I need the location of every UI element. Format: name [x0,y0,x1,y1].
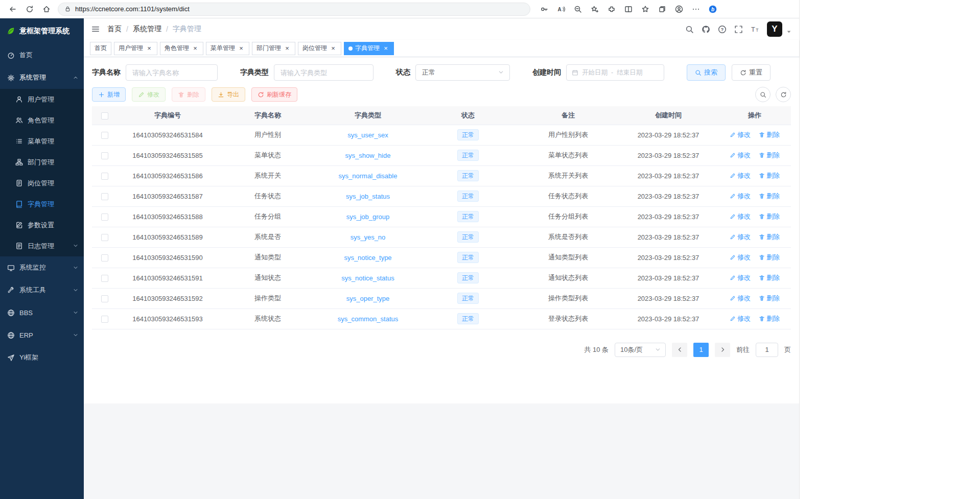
font-size-icon[interactable]: TT [751,25,759,34]
row-edit-button[interactable]: 修改 [730,171,751,180]
row-edit-button[interactable]: 修改 [730,273,751,282]
date-range-picker[interactable]: 开始日期 - 结束日期 [566,64,664,81]
toggle-search-button[interactable] [755,87,771,102]
sidebar-item-dict[interactable]: 字典管理 [0,194,84,215]
row-edit-button[interactable]: 修改 [730,232,751,242]
row-delete-button[interactable]: 删除 [759,151,780,160]
tab-role[interactable]: 角色管理× [160,42,203,55]
tab-close-icon[interactable]: × [238,45,245,52]
help-question-icon[interactable]: ? [718,25,727,34]
browser-profile-icon[interactable] [670,2,687,16]
row-checkbox[interactable] [101,254,108,262]
dict-type-input[interactable] [274,64,374,81]
sidebar-item-log[interactable]: 日志管理 [0,235,84,256]
row-delete-button[interactable]: 删除 [759,212,780,221]
browser-menu-icon[interactable] [687,2,704,16]
sidebar-item-config[interactable]: 参数设置 [0,215,84,235]
sidebar-item-dept[interactable]: 部门管理 [0,152,84,173]
page-number-button[interactable]: 1 [693,343,709,357]
row-checkbox[interactable] [101,152,108,159]
tab-close-icon[interactable]: × [284,45,291,52]
row-checkbox[interactable] [101,213,108,221]
dict-type-link[interactable]: sys_user_sex [347,131,388,139]
delete-button[interactable]: 删除 [172,87,205,102]
tab-close-icon[interactable]: × [146,45,153,52]
row-edit-button[interactable]: 修改 [730,314,751,323]
page-size-select[interactable]: 10条/页 [615,343,666,357]
select-all-checkbox[interactable] [101,112,108,120]
extensions-icon[interactable] [603,2,620,16]
sidebar-item-post[interactable]: 岗位管理 [0,173,84,194]
row-checkbox[interactable] [101,173,108,180]
row-checkbox[interactable] [101,316,108,323]
row-delete-button[interactable]: 删除 [759,130,780,139]
tab-home[interactable]: 首页 [90,42,111,55]
add-favorite-icon[interactable] [586,2,603,16]
reset-button[interactable]: 重置 [732,64,771,81]
row-delete-button[interactable]: 删除 [759,294,780,303]
sidebar-item-role[interactable]: 角色管理 [0,110,84,131]
row-delete-button[interactable]: 删除 [759,171,780,180]
row-checkbox[interactable] [101,234,108,241]
row-edit-button[interactable]: 修改 [730,151,751,160]
tab-close-icon[interactable]: × [382,45,389,52]
row-edit-button[interactable]: 修改 [730,212,751,221]
copilot-bing-icon[interactable]: b [704,2,721,16]
tab-menu[interactable]: 菜单管理× [206,42,249,55]
sidebar-item-erp[interactable]: ERP [0,324,84,346]
status-select[interactable]: 正常 [415,64,510,81]
sidebar-item-system[interactable]: 系统管理 [0,66,84,89]
fullscreen-icon[interactable] [734,25,743,34]
read-aloud-icon[interactable]: A [552,2,569,16]
dict-name-input[interactable] [126,64,218,81]
dict-type-link[interactable]: sys_common_status [338,315,399,323]
row-edit-button[interactable]: 修改 [730,294,751,303]
next-page-button[interactable] [715,343,730,357]
row-checkbox[interactable] [101,275,108,282]
browser-home-icon[interactable] [38,2,55,16]
sidebar-item-yi[interactable]: Yi框架 [0,346,84,369]
tab-user[interactable]: 用户管理× [114,42,157,55]
row-edit-button[interactable]: 修改 [730,253,751,262]
row-delete-button[interactable]: 删除 [759,273,780,282]
address-bar[interactable]: https://ccnetcore.com:1101/system/dict [58,3,530,16]
header-search-icon[interactable] [685,25,694,34]
user-avatar[interactable]: Y [767,21,782,37]
edit-button[interactable]: 修改 [132,87,166,102]
app-logo[interactable]: 意框架管理系统 [0,18,84,44]
row-edit-button[interactable]: 修改 [730,192,751,201]
github-icon[interactable] [702,25,710,34]
dict-type-link[interactable]: sys_notice_type [344,254,391,262]
breadcrumb-home[interactable]: 首页 [107,25,122,34]
tab-close-icon[interactable]: × [192,45,199,52]
browser-reload-icon[interactable] [21,2,38,16]
tab-post[interactable]: 岗位管理× [298,42,341,55]
row-edit-button[interactable]: 修改 [730,130,751,139]
dict-type-link[interactable]: sys_oper_type [346,295,390,302]
sidebar-item-bbs[interactable]: BBS [0,301,84,324]
row-delete-button[interactable]: 删除 [759,232,780,242]
refresh-cache-button[interactable]: 刷新缓存 [251,87,297,102]
sidebar-toggle-hamburger-icon[interactable] [91,25,100,34]
row-delete-button[interactable]: 删除 [759,192,780,201]
dict-type-link[interactable]: sys_job_group [346,213,390,221]
avatar-caret-down-icon[interactable] [786,29,792,35]
zoom-out-icon[interactable] [569,2,586,16]
split-screen-icon[interactable] [620,2,637,16]
refresh-table-button[interactable] [776,87,791,102]
sidebar-item-monitor[interactable]: 系统监控 [0,256,84,279]
password-key-icon[interactable] [535,2,552,16]
dict-type-link[interactable]: sys_notice_status [341,274,394,282]
breadcrumb-system[interactable]: 系统管理 [133,25,161,34]
dict-type-link[interactable]: sys_show_hide [345,152,391,159]
row-checkbox[interactable] [101,295,108,302]
tab-dept[interactable]: 部门管理× [252,42,295,55]
tab-close-icon[interactable]: × [330,45,337,52]
row-checkbox[interactable] [101,193,108,200]
dict-type-link[interactable]: sys_job_status [346,193,390,200]
row-checkbox[interactable] [101,132,108,139]
row-delete-button[interactable]: 删除 [759,253,780,262]
add-button[interactable]: 新增 [92,87,126,102]
goto-page-input[interactable] [756,343,778,357]
collections-icon[interactable] [654,2,670,16]
